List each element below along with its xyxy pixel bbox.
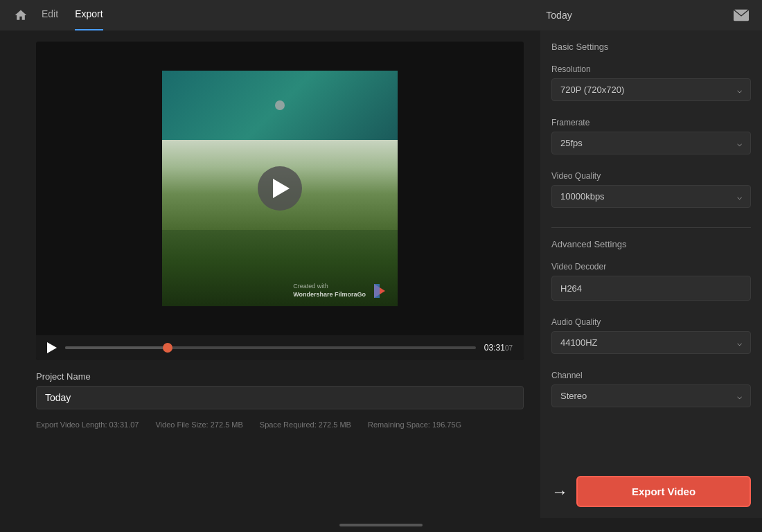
audio-quality-dropdown[interactable]: 44100HZ ⌵ [551,331,751,354]
export-btn-row: → Export Video [551,468,751,507]
audio-quality-field: Audio Quality 44100HZ ⌵ [551,317,751,362]
nav-export[interactable]: Export [75,8,103,22]
play-button[interactable] [47,342,57,353]
video-quality-value: 10000kbps [560,191,605,202]
nav-items: Edit Export [42,8,387,22]
audio-quality-label: Audio Quality [551,317,751,327]
export-space-label: Space Required: 272.5 MB [260,420,351,429]
video-decoder-label: Video Decoder [551,262,751,272]
framerate-field: Framerate 25fps ⌵ [551,118,751,163]
video-player: Created with Wondershare FilmoraGo [36,42,524,360]
settings-divider [551,227,751,228]
mail-icon [734,9,749,21]
video-foreground: Created with Wondershare FilmoraGo [162,230,398,306]
video-quality-dropdown[interactable]: 10000kbps ⌵ [551,185,751,208]
nav-edit[interactable]: Edit [42,8,58,22]
bottom-bar [0,518,762,532]
play-overlay-button[interactable] [258,166,302,211]
channel-field: Channel Stereo ⌵ [551,371,751,416]
time-display: 03:3107 [484,343,513,353]
home-button[interactable] [11,6,30,25]
project-name-input[interactable] [36,386,524,409]
channel-chevron-icon: ⌵ [737,391,742,401]
framerate-dropdown[interactable]: 25fps ⌵ [551,132,751,154]
watermark: Created with Wondershare FilmoraGo [293,281,389,301]
project-section: Project Name [36,371,524,409]
channel-label: Channel [551,371,751,380]
time-sub: 07 [505,344,513,352]
framerate-label: Framerate [551,118,751,127]
mail-button[interactable] [732,6,751,25]
video-quality-label: Video Quality [551,171,751,181]
export-remaining-label: Remaining Space: 196.75G [368,420,461,429]
video-quality-field: Video Quality 10000kbps ⌵ [551,171,751,216]
video-decoder-value: H264 [560,283,582,294]
home-icon [14,8,28,22]
audio-quality-chevron-icon: ⌵ [737,338,742,348]
project-label: Project Name [36,371,524,382]
audio-quality-value: 44100HZ [560,337,597,348]
watermark-text: Created with Wondershare FilmoraGo [293,283,366,299]
resolution-dropdown[interactable]: 720P (720x720) ⌵ [551,78,751,101]
left-panel: Created with Wondershare FilmoraGo [0,30,540,518]
basic-settings-title: Basic Settings [551,42,751,52]
filmora-logo [370,281,389,301]
play-triangle-icon [273,179,290,198]
video-sky [162,71,398,140]
svg-marker-2 [374,284,380,298]
video-decoder-display: H264 [551,276,751,301]
export-info: Export Video Length: 03:31.07 Video File… [36,420,524,429]
nav-title: Today [387,10,732,21]
video-frame: Created with Wondershare FilmoraGo [36,42,524,335]
progress-bar[interactable] [65,346,476,349]
export-length-label: Export Video Length: 03:31.07 [36,420,139,429]
channel-dropdown[interactable]: Stereo ⌵ [551,384,751,407]
video-quality-chevron-icon: ⌵ [737,192,742,202]
resolution-chevron-icon: ⌵ [737,85,742,95]
video-controls: 03:3107 [36,335,524,360]
export-video-button[interactable]: Export Video [576,476,751,507]
main-content: Created with Wondershare FilmoraGo [0,30,762,518]
video-decoder-field: Video Decoder H264 [551,262,751,309]
framerate-value: 25fps [560,138,583,148]
resolution-label: Resolution [551,64,751,74]
scroll-indicator [339,524,423,526]
top-nav: Edit Export Today [0,0,762,30]
advanced-settings-title: Advanced Settings [551,239,751,249]
channel-value: Stereo [560,391,587,401]
export-filesize-label: Video File Size: 272.5 MB [155,420,242,429]
play-small-icon [47,342,57,353]
progress-thumb[interactable] [163,343,172,353]
progress-fill [65,346,168,349]
resolution-field: Resolution 720P (720x720) ⌵ [551,64,751,109]
resolution-value: 720P (720x720) [560,85,624,95]
arrow-right-icon: → [551,482,568,502]
video-dot [275,100,285,110]
framerate-chevron-icon: ⌵ [737,139,742,148]
time-main: 03:31 [484,343,505,353]
right-panel: Basic Settings Resolution 720P (720x720)… [540,30,762,518]
